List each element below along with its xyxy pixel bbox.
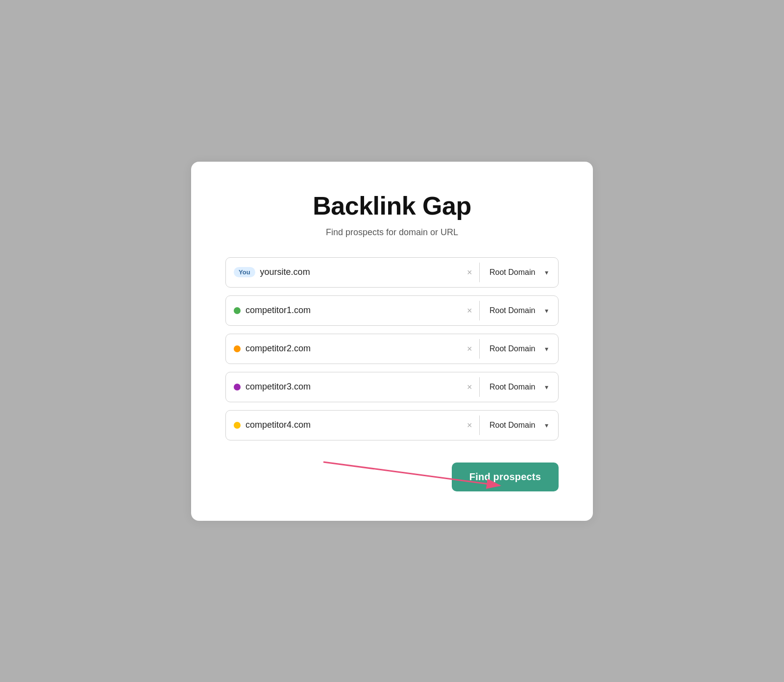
you-badge: You xyxy=(234,267,255,277)
dot-3 xyxy=(234,384,241,390)
chevron-down-icon-3: ▾ xyxy=(545,383,548,391)
dot-1 xyxy=(234,307,241,314)
close-3-button[interactable]: × xyxy=(460,383,479,391)
dropdown-3-label: Root Domain xyxy=(490,383,535,391)
close-you-button[interactable]: × xyxy=(460,268,479,277)
page-subtitle: Find prospects for domain or URL xyxy=(225,227,559,238)
chevron-down-icon-2: ▾ xyxy=(545,345,548,353)
dot-4 xyxy=(234,422,241,429)
bottom-row: Find prospects xyxy=(225,452,559,491)
input-row-1: competitor1.com × Root Domain ▾ xyxy=(225,295,559,326)
competitor1-value[interactable]: competitor1.com xyxy=(245,305,452,316)
input-row-2: competitor2.com × Root Domain ▾ xyxy=(225,334,559,364)
dropdown-3[interactable]: Root Domain ▾ xyxy=(480,383,558,391)
dropdown-1-label: Root Domain xyxy=(490,306,535,315)
dot-2 xyxy=(234,345,241,352)
chevron-down-icon-1: ▾ xyxy=(545,307,548,315)
dropdown-you-label: Root Domain xyxy=(490,268,535,277)
input-left-2: competitor2.com xyxy=(226,343,460,354)
main-card: Backlink Gap Find prospects for domain o… xyxy=(191,162,593,521)
close-2-button[interactable]: × xyxy=(460,344,479,353)
chevron-down-icon-you: ▾ xyxy=(545,268,548,276)
page-title: Backlink Gap xyxy=(225,191,559,220)
input-left-you: You yoursite.com xyxy=(226,267,460,277)
chevron-down-icon-4: ▾ xyxy=(545,421,548,429)
input-left-1: competitor1.com xyxy=(226,305,460,316)
dropdown-1[interactable]: Root Domain ▾ xyxy=(480,306,558,315)
close-4-button[interactable]: × xyxy=(460,421,479,430)
find-prospects-button[interactable]: Find prospects xyxy=(452,463,559,491)
dropdown-2[interactable]: Root Domain ▾ xyxy=(480,344,558,353)
input-row-4: competitor4.com × Root Domain ▾ xyxy=(225,410,559,440)
dropdown-2-label: Root Domain xyxy=(490,344,535,353)
dropdown-4-label: Root Domain xyxy=(490,421,535,430)
input-row-3: competitor3.com × Root Domain ▾ xyxy=(225,372,559,402)
input-left-3: competitor3.com xyxy=(226,382,460,392)
yoursite-value[interactable]: yoursite.com xyxy=(260,267,452,277)
input-row-you: You yoursite.com × Root Domain ▾ xyxy=(225,257,559,288)
competitor2-value[interactable]: competitor2.com xyxy=(245,343,452,354)
competitor3-value[interactable]: competitor3.com xyxy=(245,382,452,392)
competitor4-value[interactable]: competitor4.com xyxy=(245,420,452,430)
dropdown-4[interactable]: Root Domain ▾ xyxy=(480,421,558,430)
dropdown-you[interactable]: Root Domain ▾ xyxy=(480,268,558,277)
input-left-4: competitor4.com xyxy=(226,420,460,430)
close-1-button[interactable]: × xyxy=(460,306,479,315)
